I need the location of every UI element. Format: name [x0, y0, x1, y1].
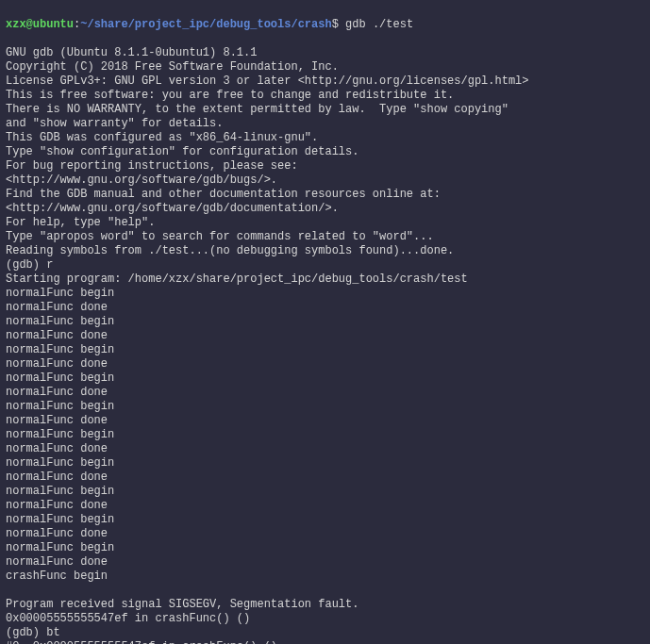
terminal-output[interactable]: xzx@ubuntu:~/share/project_ipc/debug_too… [6, 4, 644, 644]
program-output-line: normalFunc done [6, 499, 108, 512]
gdb-starting-line: Starting program: /home/xzx/share/projec… [6, 272, 468, 286]
gdb-header-line: Type "apropos word" to search for comman… [6, 230, 434, 243]
gdb-header-line: License GPLv3+: GNU GPL version 3 or lat… [6, 74, 529, 88]
gdb-header-line: There is NO WARRANTY, to the extent perm… [6, 103, 508, 116]
program-output-line: normalFunc done [6, 329, 108, 342]
program-output-line: normalFunc begin [6, 287, 114, 300]
gdb-header-line: GNU gdb (Ubuntu 8.1.1-0ubuntu1) 8.1.1 [6, 46, 257, 59]
program-output-line: normalFunc done [6, 414, 108, 427]
program-output-line: normalFunc done [6, 527, 108, 540]
shell-prompt-line: xzx@ubuntu:~/share/project_ipc/debug_too… [6, 18, 644, 32]
program-output-line: normalFunc begin [6, 456, 114, 470]
prompt-dollar: $ [332, 18, 339, 31]
program-output-line: normalFunc done [6, 555, 108, 569]
prompt-host: ubuntu [33, 18, 74, 31]
gdb-header-line: Type "show configuration" for configurat… [6, 145, 358, 158]
gdb-header-line: This GDB was configured as "x86_64-linux… [6, 131, 318, 144]
program-output-line: normalFunc begin [6, 513, 114, 526]
program-output-line: normalFunc done [6, 357, 108, 371]
backtrace-frame: #0 0x00005555555547ef in crashFunc() () [6, 640, 277, 644]
program-output-line: normalFunc begin [6, 315, 114, 328]
program-output-line: normalFunc begin [6, 541, 114, 554]
program-output-line: normalFunc begin [6, 343, 114, 356]
prompt-path: ~/share/project_ipc/debug_tools/crash [80, 18, 331, 31]
program-output-line: normalFunc begin [6, 372, 114, 385]
gdb-header-line: <http://www.gnu.org/software/gdb/documen… [6, 202, 339, 215]
gdb-header-line: Copyright (C) 2018 Free Software Foundat… [6, 60, 339, 74]
gdb-header-line: Find the GDB manual and other documentat… [6, 188, 441, 201]
gdb-header-line: For help, type "help". [6, 216, 155, 229]
gdb-header-line: and "show warranty" for details. [6, 117, 223, 130]
program-output-line: normalFunc done [6, 386, 108, 399]
prompt-at: @ [26, 18, 33, 31]
gdb-header-line: <http://www.gnu.org/software/gdb/bugs/>. [6, 173, 277, 187]
program-output-line: normalFunc done [6, 301, 108, 314]
program-output-line: normalFunc done [6, 471, 108, 484]
crash-location-line: 0x00005555555547ef in crashFunc() () [6, 612, 250, 625]
program-output-line: normalFunc done [6, 442, 108, 455]
gdb-bt-prompt: (gdb) bt [6, 626, 60, 639]
gdb-header-line: For bug reporting instructions, please s… [6, 159, 298, 173]
prompt-user: xzx [6, 18, 26, 31]
program-output-line: normalFunc begin [6, 400, 114, 413]
gdb-header-line: Reading symbols from ./test...(no debugg… [6, 244, 454, 257]
program-output-line: normalFunc begin [6, 485, 114, 498]
sigsegv-line: Program received signal SIGSEGV, Segment… [6, 598, 358, 611]
crash-begin-line: crashFunc begin [6, 570, 108, 583]
command-text: gdb ./test [339, 18, 413, 31]
gdb-header-line: This is free software: you are free to c… [6, 89, 454, 102]
gdb-run-prompt: (gdb) r [6, 258, 53, 272]
program-output-line: normalFunc begin [6, 428, 114, 441]
